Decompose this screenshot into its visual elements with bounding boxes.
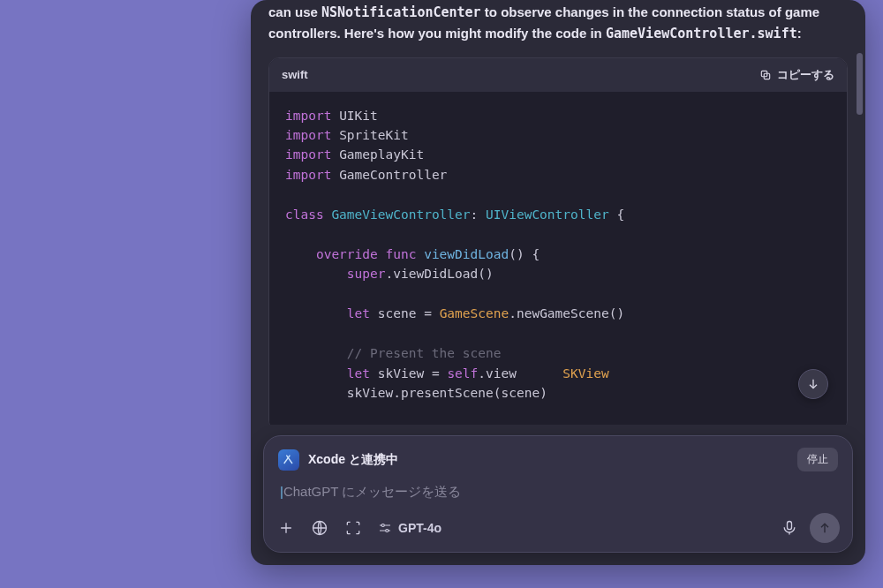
code-token — [378, 247, 386, 261]
svg-rect-5 — [788, 522, 792, 530]
integration-label: Xcode と連携中 — [308, 452, 398, 468]
assistant-message: can use NSNotificationCenter to observe … — [268, 0, 848, 57]
inline-code: GameViewController.swift — [606, 26, 797, 41]
code-token — [285, 366, 347, 381]
code-token: newGameScene — [517, 306, 609, 320]
model-label: GPT-4o — [398, 521, 442, 535]
code-token: viewDidLoad — [424, 247, 509, 261]
code-token — [370, 306, 378, 320]
message-input[interactable]: |ChatGPT にメッセージを送る — [275, 480, 841, 511]
code-token: let — [347, 366, 370, 381]
code-token: { — [616, 207, 624, 222]
code-token: GameplayKit — [339, 147, 424, 162]
message-placeholder: ChatGPT にメッセージを送る — [283, 484, 461, 499]
code-token: SpriteKit — [339, 128, 409, 142]
code-token: UIViewController — [486, 207, 609, 222]
code-token — [416, 306, 424, 320]
code-token: skView — [378, 366, 424, 381]
code-header: swift コピーする — [269, 58, 847, 92]
voice-button[interactable] — [780, 518, 799, 538]
model-selector[interactable]: GPT-4o — [377, 520, 442, 536]
code-token: UIKit — [339, 109, 378, 123]
code-token: GameScene — [440, 306, 509, 320]
code-token: presentScene — [401, 386, 494, 400]
web-button[interactable] — [310, 518, 329, 538]
code-token — [285, 247, 316, 261]
code-token — [517, 366, 562, 381]
code-token: . — [509, 306, 517, 320]
code-token: import — [285, 147, 331, 162]
code-token: () { — [509, 247, 540, 261]
integration-left: Xcode と連携中 — [278, 449, 398, 471]
chat-panel: can use NSNotificationCenter to observe … — [251, 0, 865, 565]
send-button[interactable] — [810, 513, 840, 543]
microphone-icon — [781, 519, 798, 537]
code-token: viewDidLoad — [393, 267, 478, 281]
code-token: override — [316, 247, 378, 261]
code-token: . — [393, 386, 401, 400]
svg-point-3 — [381, 524, 384, 527]
copy-button-label: コピーする — [777, 67, 834, 83]
code-token — [331, 147, 339, 162]
code-token: import — [285, 109, 331, 123]
code-token: import — [285, 128, 331, 142]
arrow-up-icon — [818, 521, 832, 535]
input-toolbar: GPT-4o — [275, 511, 841, 543]
xcode-icon — [278, 449, 299, 471]
code-token: ) — [540, 386, 547, 400]
code-token: scene — [378, 306, 417, 320]
code-token — [424, 366, 432, 381]
scan-icon — [344, 519, 362, 537]
chat-content: can use NSNotificationCenter to observe … — [251, 0, 865, 425]
tune-icon — [377, 520, 393, 536]
code-token — [370, 366, 378, 381]
code-token — [432, 306, 440, 320]
code-token: () — [609, 306, 624, 320]
code-token: . — [478, 366, 486, 381]
arrow-down-icon — [806, 377, 820, 391]
code-token: self — [447, 366, 478, 381]
code-token: class — [285, 207, 324, 222]
code-token — [331, 168, 339, 182]
code-token — [285, 267, 347, 281]
code-token — [331, 109, 339, 123]
code-token: import — [285, 168, 331, 182]
attach-button[interactable] — [276, 518, 296, 538]
copy-icon — [759, 69, 772, 81]
text-fragment: : — [797, 26, 802, 41]
code-token: = — [432, 366, 440, 381]
code-token: view — [486, 366, 517, 381]
code-token — [416, 247, 424, 261]
code-token: : — [471, 207, 486, 222]
input-box: Xcode と連携中 停止 |ChatGPT にメッセージを送る — [263, 435, 853, 553]
code-token: GameViewController — [331, 207, 470, 222]
code-token: SKView — [562, 366, 608, 381]
code-token: super — [347, 267, 386, 281]
code-token — [285, 346, 347, 360]
code-token — [285, 386, 347, 400]
stop-button[interactable]: 停止 — [797, 448, 838, 471]
code-token: let — [347, 306, 370, 320]
code-token: = — [424, 306, 432, 320]
code-token — [285, 306, 347, 320]
text-fragment: can use — [268, 4, 321, 19]
code-token: func — [386, 247, 417, 261]
code-token: // Present the scene — [347, 346, 502, 360]
code-token — [331, 128, 339, 142]
code-language-label: swift — [282, 68, 308, 81]
code-block: swift コピーする import UIKit import SpriteKi… — [268, 57, 848, 426]
input-zone: Xcode と連携中 停止 |ChatGPT にメッセージを送る — [251, 425, 865, 565]
inline-code: NSNotificationCenter — [321, 4, 481, 20]
integration-banner: Xcode と連携中 停止 — [275, 445, 841, 480]
globe-icon — [311, 519, 328, 537]
plus-icon — [277, 519, 295, 537]
svg-point-4 — [386, 530, 389, 532]
code-token: GameController — [339, 168, 447, 182]
code-token: . — [386, 267, 394, 281]
copy-button[interactable]: コピーする — [759, 67, 834, 83]
code-token: () — [478, 267, 493, 281]
scan-button[interactable] — [343, 518, 363, 538]
scroll-down-button[interactable] — [798, 369, 828, 399]
code-body: import UIKit import SpriteKit import Gam… — [269, 92, 847, 426]
code-token: skView — [347, 386, 393, 400]
